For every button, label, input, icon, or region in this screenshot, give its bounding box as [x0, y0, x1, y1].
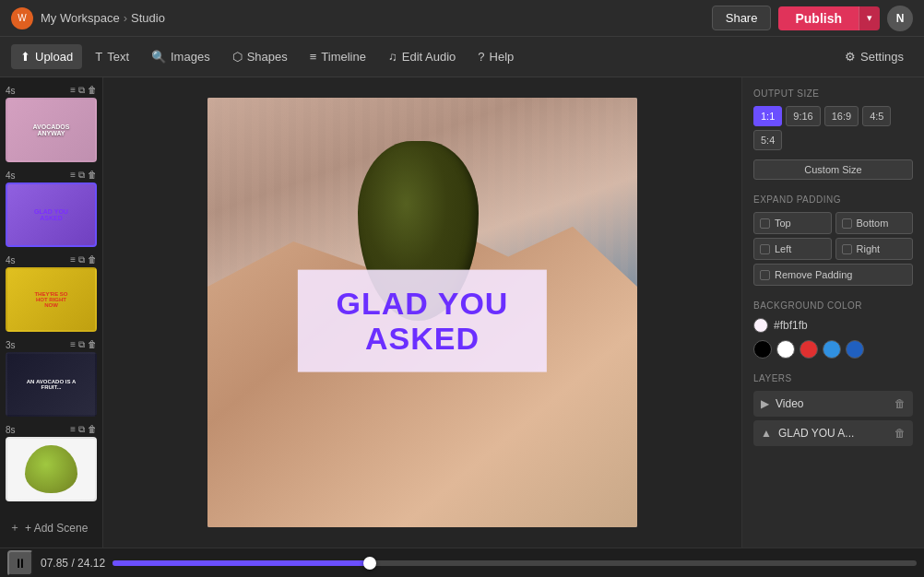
remove-padding-button[interactable]: Remove Padding	[753, 264, 913, 286]
scene-meta: 4s ≡ ⧉ 🗑	[6, 254, 97, 265]
publish-group: Publish ▾	[778, 6, 880, 30]
scene-delete-icon[interactable]: 🗑	[88, 85, 97, 96]
scene-item[interactable]: 4s ≡ ⧉ 🗑 GLAD YOUASKED	[6, 170, 97, 247]
scene-thumbnail[interactable]: AN AVOCADO IS AFRUIT...	[6, 352, 97, 417]
output-size-label: OUTPUT SIZE	[753, 88, 913, 99]
scene-thumbnail[interactable]: THEY'RE SOHOT RIGHTNOW	[6, 267, 97, 332]
padding-left-button[interactable]: Left	[753, 238, 832, 260]
timeline-track[interactable]	[113, 560, 917, 566]
scene-icons: ≡ ⧉ 🗑	[70, 339, 97, 350]
timeline-icon: ≡	[310, 50, 317, 64]
upload-icon: ⬆	[20, 50, 30, 64]
padding-right-button[interactable]: Right	[835, 238, 914, 260]
bg-color-dot[interactable]	[753, 318, 768, 333]
scene-item[interactable]: 8s ≡ ⧉ 🗑	[6, 424, 97, 501]
padding-left-label: Left	[775, 243, 791, 254]
text-layer-name: GLAD YOU A...	[778, 427, 854, 440]
expand-padding-section: EXPAND PADDING Top Bottom Left Right	[753, 194, 913, 286]
swatch-red[interactable]	[800, 340, 818, 359]
text-button[interactable]: T Text	[86, 44, 138, 69]
scene-menu-icon[interactable]: ≡	[70, 170, 76, 181]
swatch-blue[interactable]	[846, 340, 864, 359]
scene-delete-icon[interactable]: 🗑	[88, 254, 97, 265]
video-layer-delete[interactable]: 🗑	[894, 397, 906, 410]
add-scene-button[interactable]: ＋ + Add Scene	[6, 512, 97, 543]
scene-menu-icon[interactable]: ≡	[70, 85, 76, 96]
upload-button[interactable]: ⬆ Upload	[11, 44, 82, 69]
text-label: Text	[107, 50, 129, 64]
breadcrumb-sep: ›	[124, 11, 127, 25]
size-btn-4-5[interactable]: 4:5	[862, 106, 891, 126]
scene-meta: 4s ≡ ⧉ 🗑	[6, 170, 97, 181]
video-layer-icon: ▶	[761, 397, 769, 410]
scene-duplicate-icon[interactable]: ⧉	[78, 170, 85, 181]
padding-top-button[interactable]: Top	[753, 212, 832, 234]
scene-item[interactable]: 4s ≡ ⧉ 🗑 THEY'RE SOHOT RIGHTNOW	[6, 254, 97, 332]
scene-menu-icon[interactable]: ≡	[70, 424, 76, 435]
scene-meta: 8s ≡ ⧉ 🗑	[6, 424, 97, 435]
help-button[interactable]: ? Help	[468, 44, 523, 69]
padding-right-label: Right	[857, 243, 881, 254]
text-layer-icon: ▲	[761, 427, 772, 440]
scene-item[interactable]: 4s ≡ ⧉ 🗑 AVOCADOSANYWAY	[6, 85, 97, 162]
timeline-label: Timeline	[321, 50, 366, 64]
scene-duplicate-icon[interactable]: ⧉	[78, 339, 85, 350]
size-btn-1-1[interactable]: 1:1	[753, 106, 782, 126]
breadcrumb: My Workspace › Studio	[41, 11, 165, 25]
scene-meta: 3s ≡ ⧉ 🗑	[6, 339, 97, 350]
scene-delete-icon[interactable]: 🗑	[88, 339, 97, 350]
layer-video[interactable]: ▶ Video 🗑	[753, 391, 913, 417]
current-time: 07.85	[41, 557, 68, 570]
timeline-handle[interactable]	[363, 557, 376, 570]
scene-thumbnail-selected[interactable]: GLAD YOUASKED	[6, 183, 97, 247]
shapes-button[interactable]: ⬡ Shapes	[223, 44, 297, 69]
avocado-shape	[25, 445, 77, 494]
edit-audio-button[interactable]: ♫ Edit Audio	[379, 44, 465, 69]
publish-dropdown-arrow[interactable]: ▾	[859, 6, 880, 30]
workspace-link[interactable]: My Workspace	[41, 11, 120, 25]
main-content: 4s ≡ ⧉ 🗑 AVOCADOSANYWAY 4s ≡ ⧉ 🗑	[0, 77, 924, 548]
scene-delete-icon[interactable]: 🗑	[88, 170, 97, 181]
scene-item[interactable]: 3s ≡ ⧉ 🗑 AN AVOCADO IS AFRUIT...	[6, 339, 97, 417]
scene-thumbnail[interactable]: AVOCADOSANYWAY	[6, 98, 97, 162]
text-overlay[interactable]: GLAD YOU ASKED	[298, 270, 547, 372]
scene-delete-icon[interactable]: 🗑	[88, 424, 97, 435]
timeline-button[interactable]: ≡ Timeline	[301, 44, 375, 69]
text-layer-delete[interactable]: 🗑	[894, 427, 906, 440]
settings-button[interactable]: ⚙ Settings	[835, 44, 913, 69]
scene-duplicate-icon[interactable]: ⧉	[78, 254, 85, 265]
size-btn-9-16[interactable]: 9:16	[786, 106, 820, 126]
play-pause-button[interactable]: ⏸	[7, 550, 33, 576]
scene-thumb-text: GLAD YOUASKED	[34, 208, 68, 221]
bg-color-hex: #fbf1fb	[774, 319, 808, 332]
canvas[interactable]: GLAD YOU ASKED	[207, 98, 637, 527]
output-size-section: OUTPUT SIZE 1:1 9:16 16:9 4:5 5:4 Custom…	[753, 88, 913, 180]
add-icon: ＋	[9, 520, 20, 536]
right-panel: OUTPUT SIZE 1:1 9:16 16:9 4:5 5:4 Custom…	[741, 77, 924, 548]
padding-bottom-button[interactable]: Bottom	[835, 212, 914, 234]
share-button[interactable]: Share	[712, 6, 772, 30]
images-button[interactable]: 🔍 Images	[142, 44, 219, 69]
size-btn-5-4[interactable]: 5:4	[753, 130, 782, 150]
help-label: Help	[490, 50, 515, 64]
scene-icons: ≡ ⧉ 🗑	[70, 85, 97, 96]
scene-menu-icon[interactable]: ≡	[70, 254, 76, 265]
expand-padding-label: EXPAND PADDING	[753, 194, 913, 205]
swatch-white[interactable]	[776, 340, 795, 359]
user-avatar[interactable]: N	[887, 6, 913, 31]
publish-button[interactable]: Publish	[778, 6, 859, 30]
scene-thumbnail[interactable]	[6, 437, 97, 501]
scene-duration: 4s	[6, 255, 16, 265]
scene-duplicate-icon[interactable]: ⧉	[78, 85, 85, 96]
layer-text[interactable]: ▲ GLAD YOU A... 🗑	[753, 420, 913, 446]
remove-padding-label: Remove Padding	[775, 269, 852, 280]
custom-size-button[interactable]: Custom Size	[753, 159, 913, 180]
images-label: Images	[171, 50, 210, 64]
canvas-area[interactable]: GLAD YOU ASKED	[103, 77, 741, 548]
padding-top-checkbox	[760, 218, 770, 229]
scene-duplicate-icon[interactable]: ⧉	[78, 424, 85, 435]
swatch-black[interactable]	[753, 340, 772, 359]
scene-menu-icon[interactable]: ≡	[70, 339, 76, 350]
swatch-lightblue[interactable]	[823, 340, 841, 359]
size-btn-16-9[interactable]: 16:9	[824, 106, 859, 126]
